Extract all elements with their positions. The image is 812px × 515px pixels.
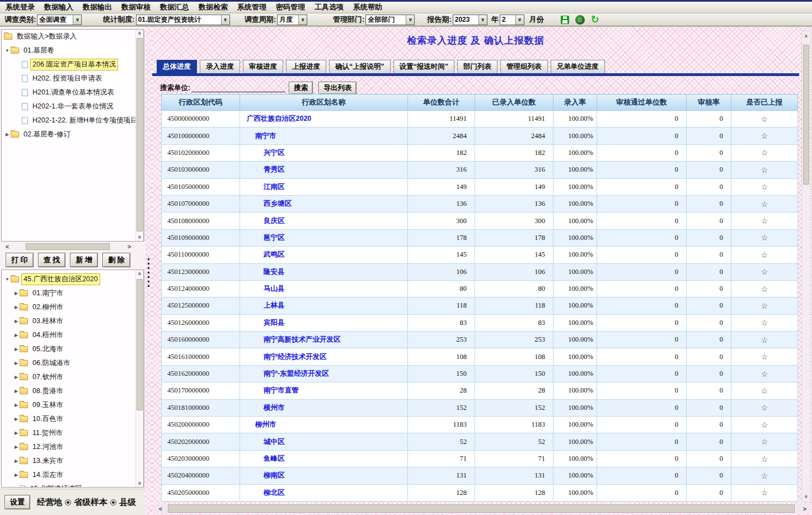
scroll-down-icon[interactable]: ∨ bbox=[136, 234, 143, 241]
report-star-icon[interactable]: ☆ bbox=[761, 437, 768, 446]
tree-item[interactable]: ▶11.贺州市 bbox=[2, 426, 143, 440]
report-star-icon[interactable]: ☆ bbox=[761, 370, 768, 379]
report-star-icon[interactable]: ☆ bbox=[761, 336, 768, 344]
tree-item[interactable]: ▶14.崇左市 bbox=[2, 468, 143, 482]
tree-item[interactable]: ▶05.北海市 bbox=[2, 342, 143, 356]
export-list-button[interactable]: 导出列表 bbox=[318, 82, 356, 95]
report-star-icon[interactable]: ☆ bbox=[761, 455, 768, 464]
expand-arrow-icon[interactable]: ▶ bbox=[13, 417, 20, 422]
region-link[interactable]: 柳北区 bbox=[264, 489, 285, 497]
report-star-icon[interactable]: ☆ bbox=[761, 216, 768, 225]
month-select[interactable]: 2∨ bbox=[500, 15, 524, 25]
chevron-down-icon[interactable]: ∨ bbox=[298, 15, 307, 25]
menu-item[interactable]: 数据输出 bbox=[83, 2, 112, 12]
tab-4[interactable]: 确认“上报说明” bbox=[329, 60, 391, 73]
region-tree-scrollbar[interactable]: ∧ ∨ bbox=[135, 270, 143, 487]
region-link[interactable]: 城中区 bbox=[264, 438, 285, 446]
find-button[interactable]: 查 找 bbox=[38, 253, 66, 267]
splitter-handle[interactable] bbox=[148, 258, 149, 287]
report-star-icon[interactable]: ☆ bbox=[761, 166, 768, 174]
report-star-icon[interactable]: ☆ bbox=[761, 233, 768, 242]
tree-item[interactable]: ▶09.玉林市 bbox=[2, 398, 143, 412]
region-link[interactable]: 上林县 bbox=[264, 301, 285, 309]
scrollbar-thumb[interactable] bbox=[168, 504, 795, 513]
chevron-down-icon[interactable]: ∨ bbox=[73, 15, 81, 25]
expand-arrow-icon[interactable]: ▶ bbox=[13, 333, 20, 338]
region-link[interactable]: 青秀区 bbox=[264, 166, 285, 173]
menu-item[interactable]: 系统帮助 bbox=[353, 2, 382, 12]
add-button[interactable]: 新 增 bbox=[70, 253, 98, 267]
report-star-icon[interactable]: ☆ bbox=[761, 301, 768, 310]
scroll-up-icon[interactable]: ∧ bbox=[802, 32, 810, 40]
region-link[interactable]: 宾阳县 bbox=[264, 319, 285, 327]
report-star-icon[interactable]: ☆ bbox=[761, 285, 768, 294]
region-link[interactable]: 兴宁区 bbox=[264, 149, 285, 157]
chevron-down-icon[interactable]: ∨ bbox=[478, 15, 487, 25]
tree-item[interactable]: ▶06.防城港市 bbox=[2, 356, 143, 370]
collapse-arrow-icon[interactable]: ▼ bbox=[4, 277, 11, 282]
expand-arrow-icon[interactable]: ▶ bbox=[13, 347, 20, 352]
tree-item[interactable]: H202-1.非一套表单位情况 bbox=[2, 100, 143, 114]
year-select[interactable]: 2023∨ bbox=[453, 15, 487, 25]
expand-arrow-icon[interactable]: ▶ bbox=[13, 375, 20, 380]
scrollbar-thumb[interactable] bbox=[137, 279, 143, 410]
period-select[interactable]: 月度∨ bbox=[277, 15, 307, 25]
scroll-left-icon[interactable]: < bbox=[3, 243, 11, 251]
tree-item[interactable]: ▶02.柳州市 bbox=[2, 300, 143, 314]
tree-item[interactable]: ▶08.贵港市 bbox=[2, 384, 143, 398]
tree-item[interactable]: ▼45.广西壮族自治区2020 bbox=[2, 272, 143, 286]
tree-item[interactable]: ▶10.百色市 bbox=[2, 412, 143, 426]
form-tree-scrollbar[interactable]: ∧ ∨ bbox=[135, 30, 143, 241]
region-link[interactable]: 南宁-东盟经济开发区 bbox=[264, 370, 329, 377]
tab-6[interactable]: 部门列表 bbox=[457, 60, 497, 73]
report-star-icon[interactable]: ☆ bbox=[761, 352, 768, 361]
main-vertical-scrollbar[interactable]: ∧ ∨ bbox=[801, 31, 811, 502]
menu-item[interactable]: 数据检索 bbox=[199, 2, 228, 12]
radio-county-level[interactable] bbox=[110, 499, 116, 505]
expand-arrow-icon[interactable]: ▶ bbox=[13, 445, 20, 450]
tree-item[interactable]: ▶04.梧州市 bbox=[2, 328, 143, 342]
menu-item[interactable]: 数据输入 bbox=[44, 2, 73, 12]
tab-2[interactable]: 审核进度 bbox=[243, 60, 283, 73]
report-star-icon[interactable]: ☆ bbox=[761, 267, 768, 276]
scroll-up-icon[interactable]: ∧ bbox=[136, 30, 143, 37]
report-star-icon[interactable]: ☆ bbox=[761, 182, 768, 191]
report-star-icon[interactable]: ☆ bbox=[761, 471, 768, 480]
scroll-down-icon[interactable]: ∨ bbox=[802, 493, 810, 500]
chevron-down-icon[interactable]: ∨ bbox=[515, 15, 524, 25]
scroll-up-icon[interactable]: ∧ bbox=[136, 270, 143, 277]
tree-item[interactable]: 206.固定资产项目基本情况 bbox=[2, 58, 143, 72]
chevron-down-icon[interactable]: ∨ bbox=[406, 15, 414, 25]
save-icon[interactable] bbox=[561, 16, 569, 24]
expand-arrow-icon[interactable]: ▶ bbox=[13, 431, 20, 436]
tab-0[interactable]: 总体进度 bbox=[157, 60, 197, 73]
tree-item[interactable]: H201.调查单位基本情况表 bbox=[2, 86, 143, 100]
chevron-down-icon[interactable]: ∨ bbox=[221, 15, 229, 25]
scroll-left-icon[interactable]: < bbox=[157, 504, 165, 514]
region-link[interactable]: 马山县 bbox=[264, 285, 285, 292]
tree-item[interactable]: ▶02.基层卷-修订 bbox=[2, 127, 143, 141]
region-link[interactable]: 南宁高新技术产业开发区 bbox=[264, 336, 341, 343]
region-link[interactable]: 邕宁区 bbox=[264, 234, 285, 242]
tab-3[interactable]: 上报进度 bbox=[286, 60, 326, 73]
scrollbar-thumb[interactable] bbox=[26, 243, 110, 250]
region-link[interactable]: 良庆区 bbox=[264, 217, 285, 225]
report-star-icon[interactable]: ☆ bbox=[761, 488, 768, 497]
expand-arrow-icon[interactable]: ▶ bbox=[13, 403, 20, 408]
menu-item[interactable]: 系统管理 bbox=[237, 2, 266, 12]
expand-arrow-icon[interactable]: ▶ bbox=[13, 361, 20, 366]
menu-item[interactable]: 密码管理 bbox=[276, 2, 305, 12]
menu-item[interactable]: 数据汇总 bbox=[160, 2, 189, 12]
region-link[interactable]: 广西壮族自治区2020 bbox=[247, 115, 311, 122]
tab-8[interactable]: 兄弟单位进度 bbox=[551, 60, 605, 73]
expand-arrow-icon[interactable]: ▶ bbox=[13, 389, 20, 394]
report-star-icon[interactable]: ☆ bbox=[761, 420, 768, 429]
region-link[interactable]: 武鸣区 bbox=[264, 251, 285, 258]
expand-arrow-icon[interactable]: ▶ bbox=[13, 305, 20, 310]
region-link[interactable]: 隆安县 bbox=[264, 268, 285, 276]
region-link[interactable]: 柳南区 bbox=[264, 471, 285, 479]
tree-item[interactable]: ▼01.基层卷 bbox=[2, 44, 143, 58]
scrollbar-thumb[interactable] bbox=[137, 38, 143, 231]
region-link[interactable]: 柳州市 bbox=[255, 420, 276, 428]
report-star-icon[interactable]: ☆ bbox=[761, 148, 768, 157]
